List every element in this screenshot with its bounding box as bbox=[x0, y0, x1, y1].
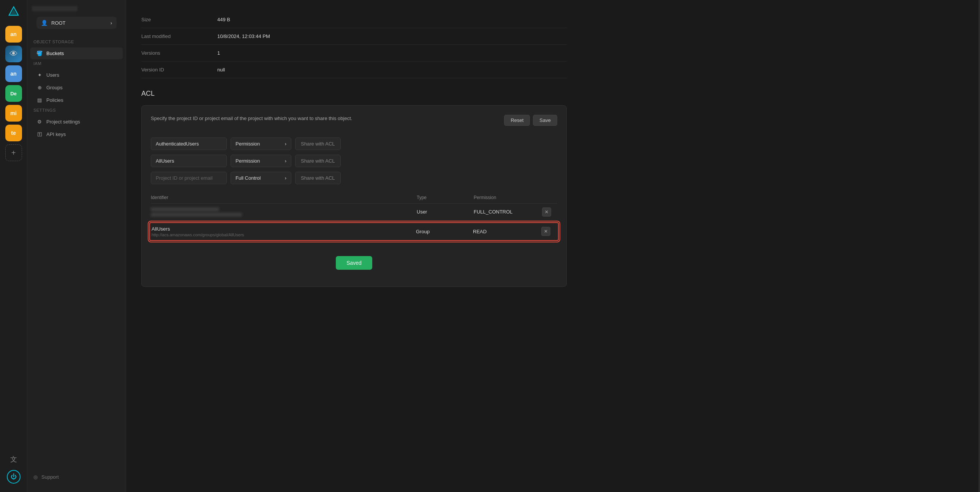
identifier-main-1: AllUsers bbox=[151, 226, 416, 232]
permission-label-1: Permission bbox=[235, 158, 260, 164]
version-id-label: Version ID bbox=[141, 67, 217, 73]
table-row-0: User FULL_CONTROL ✕ bbox=[151, 204, 557, 221]
sidebar-item-users[interactable]: ✦ Users bbox=[30, 69, 123, 81]
size-row: Size 449 B bbox=[141, 11, 567, 28]
sidebar-item-groups[interactable]: ⊕ Groups bbox=[30, 82, 123, 94]
add-workspace-button[interactable]: + bbox=[5, 144, 22, 161]
acl-input-row-0: AuthenticatedUsers Permission › Share wi… bbox=[151, 137, 557, 150]
acl-table-header: Identifier Type Permission bbox=[151, 192, 557, 204]
users-icon: ✦ bbox=[37, 72, 43, 78]
sidebar-item-policies[interactable]: ▤ Policies bbox=[30, 94, 123, 106]
avatar-image[interactable]: 👁 bbox=[5, 46, 22, 62]
workspace-chevron: › bbox=[111, 20, 112, 26]
table-row-highlighted: AllUsers http://acs.amazonaws.com/groups… bbox=[149, 222, 559, 241]
acl-title: ACL bbox=[141, 90, 567, 98]
permission-chevron-0: › bbox=[285, 141, 286, 146]
versions-row: Versions 1 bbox=[141, 45, 567, 62]
avatar-an2[interactable]: an bbox=[5, 65, 22, 82]
iam-section: IAM bbox=[27, 60, 126, 69]
save-button[interactable]: Save bbox=[533, 115, 557, 126]
share-acl-btn-2[interactable]: Share with ACL bbox=[295, 172, 341, 184]
policies-icon: ▤ bbox=[37, 97, 43, 103]
version-id-value: null bbox=[217, 67, 225, 73]
project-id-input[interactable]: Project ID or project email bbox=[151, 172, 227, 184]
icon-bar: an 👁 an De mi te + 文 ⏻ bbox=[0, 0, 27, 492]
remove-row-1-button[interactable]: ✕ bbox=[541, 227, 550, 236]
acl-card: Specify the project ID or project email … bbox=[141, 105, 567, 287]
all-users-input[interactable]: AllUsers bbox=[151, 154, 227, 167]
support-label: Support bbox=[41, 474, 59, 480]
right-border bbox=[978, 0, 980, 492]
last-modified-value: 10/8/2024, 12:03:44 PM bbox=[217, 33, 270, 39]
policies-label: Policies bbox=[46, 97, 64, 103]
settings-icon: ⚙ bbox=[37, 119, 43, 124]
bottom-bar: Saved bbox=[151, 248, 557, 277]
users-label: Users bbox=[46, 72, 59, 78]
workspace-name: ROOT bbox=[51, 20, 107, 26]
avatar-an[interactable]: an bbox=[5, 26, 22, 43]
translate-icon[interactable]: 文 bbox=[7, 452, 21, 466]
type-cell-1: Group bbox=[416, 229, 473, 234]
type-header: Type bbox=[417, 195, 474, 200]
permission-cell-0: FULL_CONTROL bbox=[474, 209, 542, 215]
workspace-button[interactable]: 👤 ROOT › bbox=[37, 17, 117, 29]
permission-label-0: Permission bbox=[235, 141, 260, 146]
avatar-mi[interactable]: mi bbox=[5, 105, 22, 122]
permission-btn-2[interactable]: Full Control › bbox=[231, 172, 291, 184]
acl-input-row-1: AllUsers Permission › Share with ACL bbox=[151, 154, 557, 167]
settings-section: Settings bbox=[27, 107, 126, 116]
identifier-cell-0 bbox=[151, 207, 417, 217]
api-keys-label: API keys bbox=[46, 131, 66, 137]
acl-description: Specify the project ID or project email … bbox=[151, 115, 352, 123]
action-cell-0: ✕ bbox=[542, 207, 557, 217]
acl-header-row: Specify the project ID or project email … bbox=[151, 115, 557, 130]
size-value: 449 B bbox=[217, 17, 230, 22]
permission-btn-1[interactable]: Permission › bbox=[231, 154, 291, 167]
share-acl-btn-0[interactable]: Share with ACL bbox=[295, 137, 341, 150]
permission-btn-0[interactable]: Permission › bbox=[231, 137, 291, 150]
share-acl-btn-1[interactable]: Share with ACL bbox=[295, 154, 341, 167]
properties-section: Size 449 B Last modified 10/8/2024, 12:0… bbox=[141, 11, 567, 78]
avatar-de[interactable]: De bbox=[5, 85, 22, 102]
last-modified-label: Last modified bbox=[141, 33, 217, 39]
object-storage-section: Object storage bbox=[27, 38, 126, 47]
identifier-cell-1: AllUsers http://acs.amazonaws.com/groups… bbox=[151, 226, 416, 237]
api-keys-icon: ⚿ bbox=[37, 131, 43, 137]
project-settings-label: Project settings bbox=[46, 119, 80, 124]
permission-chevron-1: › bbox=[285, 158, 286, 164]
last-modified-row: Last modified 10/8/2024, 12:03:44 PM bbox=[141, 28, 567, 45]
sidebar-item-api-keys[interactable]: ⚿ API keys bbox=[30, 128, 123, 140]
sidebar-item-project-settings[interactable]: ⚙ Project settings bbox=[30, 116, 123, 127]
acl-table: Identifier Type Permission bbox=[151, 192, 557, 241]
acl-input-row-2: Project ID or project email Full Control… bbox=[151, 172, 557, 184]
saved-button[interactable]: Saved bbox=[336, 256, 372, 270]
permission-chevron-2: › bbox=[285, 175, 286, 181]
avatar-te[interactable]: te bbox=[5, 124, 22, 141]
reset-button[interactable]: Reset bbox=[504, 115, 530, 126]
sidebar-item-buckets[interactable]: 🪣 Buckets bbox=[30, 48, 123, 59]
groups-icon: ⊕ bbox=[37, 85, 43, 91]
identifier-header: Identifier bbox=[151, 195, 417, 200]
power-button[interactable]: ⏻ bbox=[7, 470, 21, 484]
authenticated-users-input[interactable]: AuthenticatedUsers bbox=[151, 137, 227, 150]
app-logo[interactable] bbox=[6, 5, 21, 20]
size-label: Size bbox=[141, 17, 217, 22]
workspace-icon: 👤 bbox=[41, 20, 48, 26]
type-cell-0: User bbox=[417, 209, 474, 215]
acl-section: ACL Specify the project ID or project em… bbox=[141, 90, 567, 287]
support-icon: ◎ bbox=[33, 474, 38, 480]
versions-value: 1 bbox=[217, 50, 220, 56]
permission-header: Permission bbox=[474, 195, 542, 200]
support-item[interactable]: ◎ Support bbox=[33, 474, 120, 480]
action-cell-1: ✕ bbox=[541, 227, 557, 236]
bucket-icon: 🪣 bbox=[37, 51, 43, 56]
versions-label: Versions bbox=[141, 50, 217, 56]
action-header bbox=[542, 195, 557, 200]
main-content: Size 449 B Last modified 10/8/2024, 12:0… bbox=[126, 0, 978, 492]
groups-label: Groups bbox=[46, 85, 63, 91]
buckets-label: Buckets bbox=[46, 51, 64, 56]
remove-row-0-button[interactable]: ✕ bbox=[542, 207, 551, 217]
sidebar: 👤 ROOT › Object storage 🪣 Buckets IAM ✦ … bbox=[27, 0, 126, 492]
identifier-sub-1: http://acs.amazonaws.com/groups/global/A… bbox=[151, 232, 416, 237]
permission-cell-1: READ bbox=[473, 229, 541, 234]
